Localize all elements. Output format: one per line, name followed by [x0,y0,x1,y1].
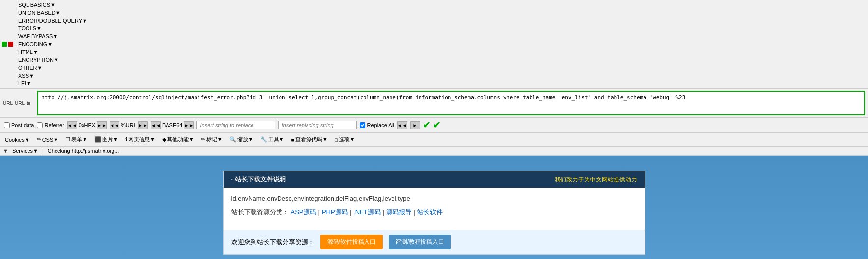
submit-btn[interactable]: 源码/软件投稿入口 [320,235,383,249]
nav-item-union-based[interactable]: UNION BASED▼ [16,9,89,17]
zoom-label: 缩放▼ [237,136,253,143]
nav-item-error-double-query[interactable]: ERROR/DOUBLE QUERY▼ [16,17,89,25]
cookies-label: Cookies▼ [5,137,30,143]
nav-item-waf-bypass[interactable]: WAF BYPASS▼ [16,32,89,40]
url-label: URL [3,101,13,106]
replace-arrow-right[interactable]: ► [410,121,420,129]
pipe-1: | [318,209,320,216]
web-info-label: 网页信息▼ [128,136,155,143]
dotnet-link[interactable]: .NET源码 [353,208,381,217]
replace-all-label: Replace All [367,122,394,128]
replace-all-checkbox[interactable] [360,122,365,128]
cn-view-source[interactable]: ■ 查看源代码▼ [288,134,331,145]
pipe-4: | [414,209,415,216]
insert-replacing-string-input[interactable] [278,121,357,130]
base64-label: BASE64 [162,122,183,128]
card-header-title: · 站长下载文件说明 [231,175,286,184]
status-separator: | [42,148,44,154]
nav-item-lfi[interactable]: LFI▼ [16,79,89,87]
url-label2: URL [15,101,25,106]
content-card: · 站长下载文件说明 我们致力于为中文网站提供动力 id,envName,env… [223,171,645,255]
pipe-2: | [350,209,351,216]
services-button[interactable]: Services▼ [12,148,38,154]
table-icon: ☐ [65,136,70,143]
nav-item-html[interactable]: HTML▼ [16,48,89,56]
css-label: CSS▼ [42,137,59,143]
links-label: 站长下载资源分类： [231,208,289,217]
referrer-checkbox[interactable] [37,122,43,128]
columns-text: id,envName,envDesc,envIntegration,delFla… [231,195,637,202]
cn-other-fn[interactable]: ◆ 其他功能▼ [159,134,197,145]
url-area: URL URL te [0,89,868,118]
replace-arrow-left[interactable]: ◄◄ [397,121,407,129]
pipe-3: | [383,209,384,216]
base64-arrow-right[interactable]: ►► [184,121,194,129]
url-encode-item: ◄◄ %URL ►► [110,121,148,129]
cn-images[interactable]: ⬛ 图片▼ [91,134,121,145]
cn-web-info[interactable]: ℹ 网页信息▼ [122,134,158,145]
referrer-label: Referrer [44,122,64,128]
cn-tools[interactable]: 🔧 工具▼ [257,134,287,145]
url-arrow-right[interactable]: ►► [138,121,148,129]
hex-item: ◄◄ 0xHEX ►► [67,121,107,129]
nav-item-tools[interactable]: TOOLS▼ [16,25,89,32]
other-fn-label: 其他功能▼ [167,136,194,143]
cn-cookies[interactable]: Cookies▼ [2,135,33,144]
post-data-label: Post data [11,122,34,128]
base64-item: ◄◄ BASE64 ►► [151,121,194,129]
view-source-icon: ■ [291,137,294,143]
webmaster-tools-link[interactable]: 站长软件 [417,208,443,217]
promo-area: 欢迎您到站长下载分享资源： 源码/软件投稿入口 评测/教程投稿入口 [224,230,645,254]
green-indicator [2,42,7,47]
nav-item-sql-basics[interactable]: SQL BASICS▼ [16,1,89,9]
options-label: 选项▼ [339,136,355,143]
nav-item-xss[interactable]: XSS▼ [16,72,89,79]
image-icon: ⬛ [94,136,101,143]
marker-icon: ✏ [201,136,205,143]
source-report-link[interactable]: 源码报导 [386,208,412,217]
card-header-subtitle: 我们致力于为中文网站提供动力 [555,176,637,184]
main-content: · 站长下载文件说明 我们致力于为中文网站提供动力 id,envName,env… [0,156,868,259]
status-text: Checking http://j.smatrix.org... [48,148,119,154]
images-label: 图片▼ [102,136,118,143]
red-indicator [8,42,13,47]
marker-label: 标记▼ [206,136,223,143]
post-data-item: Post data [4,122,34,128]
cn-zoom[interactable]: 🔍 缩放▼ [226,134,256,145]
nav-bar: SQL BASICS▼UNION BASED▼ERROR/DOUBLE QUER… [0,0,868,89]
te-label: te [27,101,35,106]
tools-icon: 🔧 [260,136,267,143]
asp-link[interactable]: ASP源码 [291,208,316,217]
cn-css[interactable]: ✏ CSS▼ [34,135,62,144]
review-btn[interactable]: 评测/教程投稿入口 [389,235,451,249]
url-input[interactable] [37,91,865,115]
hex-arrow-left[interactable]: ◄◄ [67,121,77,129]
status-arrow-left: ▼ [3,148,8,154]
cn-table[interactable]: ☐ 表单▼ [62,134,90,145]
php-link[interactable]: PHP源码 [322,208,348,217]
nav-item-encoding[interactable]: ENCODING▼ [16,40,89,48]
css-icon: ✏ [37,136,41,143]
base64-arrow-left[interactable]: ◄◄ [151,121,161,129]
cn-options[interactable]: □ 选项▼ [332,134,358,145]
nav-item-other[interactable]: OTHER▼ [16,64,89,72]
other-icon: ◆ [162,136,166,143]
cn-marker[interactable]: ✏ 标记▼ [198,134,225,145]
info-icon: ℹ [125,136,127,143]
replace-all-item: Replace All [360,122,394,128]
hex-arrow-right[interactable]: ►► [97,121,107,129]
hex-label: 0xHEX [79,122,95,128]
card-body: id,envName,envDesc,envIntegration,delFla… [224,188,645,230]
table-label: 表单▼ [71,136,87,143]
referrer-item: Referrer [37,122,64,128]
toolbar: Post data Referrer ◄◄ 0xHEX ►► ◄◄ %URL ►… [0,118,868,133]
card-header: · 站长下载文件说明 我们致力于为中文网站提供动力 [224,171,645,188]
insert-string-to-replace-input[interactable] [196,121,275,130]
tick-mark: ✔ ✔ [423,120,440,130]
nav-item-encryption[interactable]: ENCRYPTION▼ [16,56,89,64]
post-data-checkbox[interactable] [4,122,10,128]
card-links: 站长下载资源分类： ASP源码 | PHP源码 | .NET源码 | 源码报导 … [231,208,637,217]
url-arrow-left[interactable]: ◄◄ [110,121,119,129]
status-bar: ▼ Services▼ | Checking http://j.smatrix.… [0,147,868,155]
view-source-label: 查看源代码▼ [295,136,328,143]
